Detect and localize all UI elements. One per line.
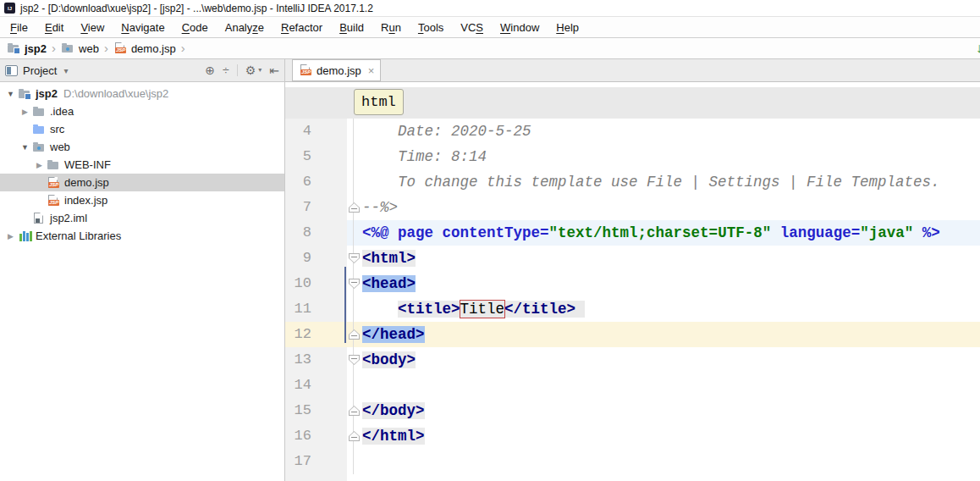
code-text[interactable]: <%@ page contentType="text/html;charset=… <box>362 220 980 246</box>
code-token: %> <box>913 224 940 241</box>
fold-column <box>347 423 362 449</box>
code-token: </body> <box>362 402 425 419</box>
menu-refactor[interactable]: Refactor <box>273 21 331 34</box>
collapsed-arrow-icon[interactable]: ▶ <box>18 108 32 116</box>
code-line-5: 5 Time: 8:14 <box>285 144 980 169</box>
code-text[interactable]: <title>Title</title> <box>362 296 980 322</box>
code-text[interactable]: </html> <box>362 423 980 449</box>
chevron-down-icon[interactable]: ▾ <box>63 66 68 75</box>
tree-item-demo-jsp[interactable]: JSPdemo.jsp <box>0 174 284 191</box>
menu-window[interactable]: Window <box>492 21 548 34</box>
web-folder-icon <box>61 41 74 55</box>
code-text[interactable]: Time: 8:14 <box>362 144 980 169</box>
code-text[interactable] <box>362 373 980 398</box>
code-text[interactable]: </head> <box>362 322 980 347</box>
code-line-10: 10<head> <box>285 271 980 296</box>
project-panel-header: Project ▾ ⊕÷⚙▾⇤ <box>0 59 284 82</box>
fold-start-icon[interactable] <box>349 355 360 365</box>
tree-item-web[interactable]: ▼web <box>0 138 284 156</box>
code-text[interactable]: <body> <box>362 347 980 373</box>
code-token: </title> <box>504 301 575 318</box>
tree-item--idea[interactable]: ▶.idea <box>0 102 284 120</box>
jsp-badge: JSP <box>300 69 311 75</box>
tree-item-index-jsp[interactable]: JSPindex.jsp <box>0 191 284 209</box>
collapsed-arrow-icon[interactable]: ▶ <box>32 161 47 169</box>
code-text[interactable]: To change this template use File | Setti… <box>362 169 980 195</box>
code-token: --%> <box>362 199 398 216</box>
tab-demo-jsp[interactable]: JSP demo.jsp × <box>292 59 381 81</box>
close-icon[interactable]: × <box>368 64 375 77</box>
menu-help[interactable]: Help <box>548 21 587 34</box>
intellij-window: IJ jsp2 - [D:\download\xue\jsp2] - [jsp2… <box>0 0 980 481</box>
file-shape: JSP <box>115 42 124 53</box>
fold-end-icon[interactable] <box>349 202 360 213</box>
locate-icon[interactable]: ⊕ <box>205 64 215 76</box>
tree-item-label: jsp2 <box>36 87 58 100</box>
tree-item-src[interactable]: src <box>0 120 284 138</box>
tree-item-web-inf[interactable]: ▶WEB-INF <box>0 156 284 174</box>
collapsed-arrow-icon[interactable]: ▶ <box>3 232 18 240</box>
menu-build[interactable]: Build <box>331 21 372 34</box>
tree-item-label: WEB-INF <box>64 158 111 171</box>
code-token: "java" <box>860 224 913 241</box>
menu-view[interactable]: View <box>72 21 113 34</box>
web-folder-icon <box>32 141 46 154</box>
fold-column <box>347 271 362 296</box>
navigation-bar: jsp2›web›JSPdemo.jsp›↓ <box>0 38 980 59</box>
code-text[interactable]: --%> <box>362 195 980 220</box>
fold-start-icon[interactable] <box>349 279 360 289</box>
tree-item-jsp2[interactable]: ▼jsp2D:\download\xue\jsp2 <box>0 85 284 102</box>
gear-icon[interactable]: ⚙ <box>245 64 256 76</box>
gutter-filler <box>285 474 980 481</box>
fold-start-icon[interactable] <box>349 253 360 263</box>
tree-item-label: index.jsp <box>64 194 107 207</box>
folder-shape <box>62 45 73 53</box>
tab-label: demo.jsp <box>317 64 361 77</box>
breadcrumb-jsp2[interactable]: jsp2 <box>7 41 47 55</box>
menu-navigate[interactable]: Navigate <box>113 21 173 34</box>
code-text[interactable]: <head> <box>362 271 980 296</box>
breadcrumb-demo-jsp[interactable]: JSPdemo.jsp <box>113 41 176 55</box>
menu-code[interactable]: Code <box>173 21 217 34</box>
green-arrow-icon[interactable]: ↓ <box>976 41 980 56</box>
code-text[interactable]: <html> <box>362 246 980 271</box>
code-token: To change this template use File | Setti… <box>362 174 940 191</box>
folder-shape <box>33 108 44 116</box>
menu-file[interactable]: File <box>2 21 36 34</box>
code-text[interactable]: Date: 2020-5-25 <box>362 119 980 144</box>
menu-tools[interactable]: Tools <box>410 21 452 34</box>
expanded-arrow-icon[interactable]: ▼ <box>3 90 18 98</box>
code-token: Time: 8:14 <box>362 148 487 165</box>
collapse-all-icon[interactable]: ÷ <box>223 64 229 76</box>
tree-item-external-libraries[interactable]: ▶External Libraries <box>0 227 284 245</box>
menu-run[interactable]: Run <box>372 21 410 34</box>
fold-column <box>347 119 362 144</box>
breadcrumb-web[interactable]: web <box>61 41 99 55</box>
breadcrumb-label: web <box>79 42 99 55</box>
code-token <box>575 301 585 318</box>
code-text[interactable]: </body> <box>362 398 980 423</box>
line-number: 8 <box>285 220 347 246</box>
tree-item-label: web <box>50 141 70 153</box>
code-line-15: 15</body> <box>285 398 980 423</box>
code-token: "text/html;charset=UTF-8" <box>549 224 772 241</box>
fold-end-icon[interactable] <box>349 431 360 441</box>
code-token: contentType <box>443 224 541 241</box>
fold-end-icon[interactable] <box>349 406 360 416</box>
menu-analyze[interactable]: Analyze <box>217 21 273 34</box>
code-line-9: 9<html> <box>285 246 980 271</box>
expanded-arrow-icon[interactable]: ▼ <box>18 143 32 152</box>
editor-body[interactable]: 4 Date: 2020-5-255 Time: 8:146 To change… <box>285 119 980 481</box>
line-number: 7 <box>285 195 347 220</box>
project-folder-icon <box>7 41 20 55</box>
code-text[interactable] <box>362 449 980 474</box>
menu-vcs[interactable]: VCS <box>452 21 492 34</box>
gear-caret-icon[interactable]: ▾ <box>258 64 262 76</box>
fold-end-icon[interactable] <box>349 329 360 340</box>
code-token: Date: 2020-5-25 <box>362 123 531 140</box>
menu-edit[interactable]: Edit <box>36 21 72 34</box>
hide-panel-icon[interactable]: ⇤ <box>269 64 279 76</box>
line-number: 6 <box>285 169 347 195</box>
tree-item-jsp2-iml[interactable]: jsp2.iml <box>0 209 284 227</box>
code-line-16: 16</html> <box>285 423 980 449</box>
